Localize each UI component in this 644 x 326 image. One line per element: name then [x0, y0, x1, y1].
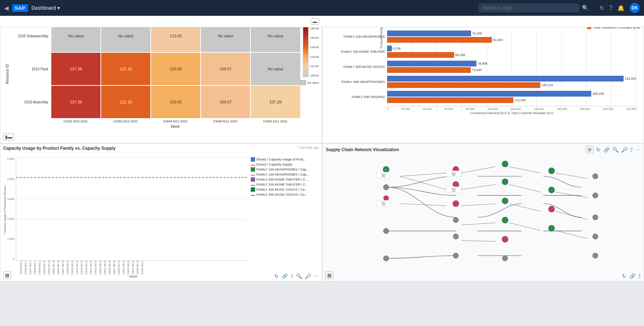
x-label: CW37 M9 2023 — [132, 261, 136, 275]
x-labels-row: CW43 M10 2022 CW46 M11 2022 CW47 M11 202… — [19, 261, 247, 275]
x-label: CW09 M2 2023 — [71, 261, 75, 275]
refresh-icon[interactable]: ↻ — [274, 273, 279, 279]
network-node-circle — [548, 206, 555, 212]
bar-row: 4,136 — [387, 46, 637, 51]
search-icon[interactable]: 🔍 — [582, 5, 589, 11]
panel-network: Supply Chain Network Visualization — [322, 143, 644, 281]
bar-value: 111,491 — [514, 98, 526, 102]
network-line — [387, 256, 456, 259]
x-label: CW41 M1 2023 — [48, 261, 52, 275]
panel4-grid-icon[interactable]: ⊞ — [586, 146, 593, 153]
panel2-top-bar — [322, 16, 644, 27]
cap-legend-color — [251, 165, 255, 166]
network-node-circle — [592, 215, 598, 220]
user-avatar[interactable]: DK — [630, 3, 640, 13]
zoom-out-icon[interactable]: 🔎 — [305, 273, 311, 279]
bar-row: 111,491 — [387, 97, 637, 103]
dashboard: ▮▮ Resource ID 1010 Subassembly No value… — [0, 16, 644, 326]
refresh-icon[interactable]: ↻ — [596, 147, 601, 153]
x-label: CW43 M10 2022 — [20, 261, 24, 275]
x-label: CW13 M3 2023 — [80, 261, 85, 275]
link-icon[interactable]: 🔗 — [282, 273, 288, 279]
panel3-chart-button[interactable]: ▩ — [3, 271, 11, 279]
back-button[interactable]: ◀ — [4, 5, 9, 11]
cap-legend-1: (None) / Capacity Usage of Prod... — [251, 157, 319, 162]
network-box-label: 1004 — [452, 190, 456, 192]
network-line — [461, 223, 495, 225]
bar-x-axis-label: Consensus Demand (EA) & Total Customer R… — [387, 111, 637, 115]
cap-legend-4: FAMILY 100-HEADPHONES / Cap... — [251, 173, 319, 176]
x-label: CW08 M2 2023 — [66, 261, 71, 275]
x-label: CW49 M12 2022 — [38, 261, 43, 275]
network-line — [509, 167, 541, 173]
bar-blue — [387, 76, 624, 82]
x-label: CW33 M8 2023 — [127, 261, 131, 275]
cap-legend-color — [251, 177, 255, 182]
network-node-circle — [592, 253, 598, 258]
network-line — [387, 176, 456, 187]
network-node-circle — [452, 200, 459, 207]
capacity-chart-container: Capacity Usage of Production Resour... 5… — [3, 157, 319, 261]
bar-row: 180,109 — [387, 91, 637, 97]
app-title: Dashboard ▾ — [32, 5, 60, 11]
product-label-1: FAMILY 100-HEADPHONES — [330, 31, 387, 43]
cap-legend-color — [251, 185, 255, 186]
bar-value: 78,905 — [478, 62, 488, 65]
notification-icon[interactable]: 🔔 — [617, 5, 625, 11]
panel4-footer-right: ↻ 🔗 ⤴ — [622, 273, 641, 279]
help-icon[interactable]: ? — [609, 5, 612, 11]
product-label-3: FAMILY 300-MUSIC DOCKS — [330, 61, 387, 73]
zoom-in-icon[interactable]: 🔍 — [612, 147, 619, 153]
network-svg: A — [326, 154, 640, 278]
cap-legend-color — [251, 167, 255, 172]
capacity-x-title: Week — [19, 275, 247, 278]
cap-legend-6: FAMILY 200-HOME THEATER / C... — [251, 183, 319, 186]
bar-group-3: FAMILY 300-MUSIC DOCKS 78,905 73,940 — [387, 61, 637, 73]
bar-value: 59,268 — [455, 53, 465, 57]
chart-icon-1[interactable]: ▬ — [311, 18, 319, 25]
more-icon[interactable]: ⋯ — [314, 273, 319, 279]
x-label: CW27 M6 2023 — [113, 261, 117, 275]
fullscreen-icon[interactable]: ⤴ — [630, 147, 633, 153]
bars-container — [16, 157, 247, 260]
zoom-out-icon[interactable]: 🔎 — [621, 147, 627, 153]
bar-value: 135,215 — [541, 83, 553, 87]
bar-blue — [387, 91, 591, 97]
bar-row: 78,905 — [387, 61, 637, 66]
expand-icon[interactable]: ⤴ — [291, 273, 293, 279]
link-icon[interactable]: 🔗 — [603, 147, 610, 153]
network-node-circle — [453, 217, 458, 223]
network-node-circle — [502, 178, 508, 185]
network-node-circle — [502, 197, 508, 204]
x-label: CW25 M6 2023 — [108, 261, 113, 275]
network-node-circle — [383, 228, 389, 234]
network-node-circle — [548, 225, 555, 232]
link-icon[interactable]: 🔗 — [629, 273, 635, 279]
header-icons: ↻ ? 🔔 DK — [600, 3, 640, 13]
capacity-chart-inner — [16, 157, 247, 261]
zoom-in-icon[interactable]: 🔍 — [296, 273, 302, 279]
expand-icon[interactable]: ⤴ — [638, 273, 641, 279]
refresh-icon[interactable]: ↻ — [622, 273, 626, 279]
heatmap-cell: No value — [251, 53, 300, 85]
heatmap-cell: 137.39 — [51, 53, 100, 85]
bar-group-5: FAMILY 500-TRADING 180,109 111,491 — [387, 91, 637, 103]
x-label: CW42 M10 2022 — [51, 120, 100, 123]
panel1-chart-button[interactable]: ▮▬ — [3, 133, 14, 141]
network-node-circle — [502, 236, 508, 242]
network-node-circle — [453, 253, 458, 258]
x-label: CW48 M12 2022 — [34, 261, 38, 275]
network-node-circle — [383, 185, 389, 190]
panel-bar-chart: Consensus Demand (EA) Total Customer Rec… — [322, 16, 644, 143]
search-input[interactable] — [479, 4, 579, 12]
capacity-y-label: Capacity Usage of Production Resour... — [3, 157, 6, 261]
network-line — [555, 211, 587, 220]
refresh-icon[interactable]: ↻ — [600, 5, 604, 11]
network-node-circle — [502, 256, 508, 261]
network-line — [461, 185, 495, 190]
x-label: CW20 M5 2023 — [99, 261, 103, 275]
panel4-chart-button[interactable]: ▩ — [325, 271, 333, 279]
bar-blue — [387, 46, 392, 51]
more-icon[interactable]: ⋯ — [636, 147, 641, 153]
bar-orange — [387, 52, 454, 58]
